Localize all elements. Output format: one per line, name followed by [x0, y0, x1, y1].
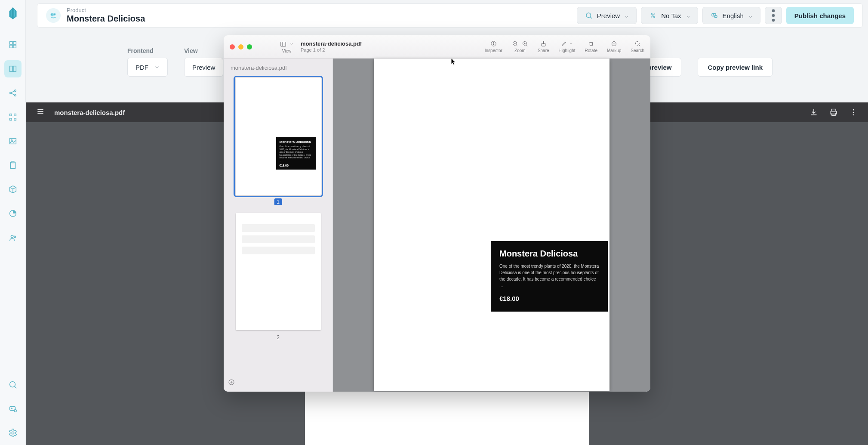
mac-main-canvas[interactable]: Monstera Deliciosa One of the most trend… — [333, 59, 650, 392]
svg-point-59 — [651, 14, 653, 15]
svg-point-40 — [14, 90, 16, 92]
pdf-more-icon[interactable] — [849, 108, 858, 117]
preview-label: Preview — [597, 12, 620, 19]
svg-rect-43 — [14, 114, 16, 116]
frontend-value: PDF — [135, 64, 148, 71]
rail-settings-icon[interactable] — [4, 424, 22, 442]
svg-point-60 — [654, 16, 655, 18]
pdf-download-icon[interactable] — [810, 108, 818, 117]
mac-titlebar[interactable]: View monstera-deliciosa.pdf Page 1 of 2 … — [224, 35, 650, 59]
svg-rect-44 — [9, 118, 12, 121]
chevron-down-icon — [624, 13, 628, 18]
mac-inspector-button[interactable]: Inspector — [485, 40, 502, 53]
svg-rect-37 — [9, 66, 12, 72]
mac-thumb-2[interactable]: 2 — [236, 213, 321, 330]
rail-clipboard-icon[interactable] — [4, 157, 22, 174]
mac-thumb-1[interactable]: Monstera Deliciosa One of the most trend… — [236, 78, 321, 195]
mac-share-button[interactable]: Share — [538, 40, 549, 53]
page-header: Product Monstera Deliciosa Preview No Ta… — [37, 3, 863, 28]
rail-image-icon[interactable] — [4, 133, 22, 150]
thumb-image — [236, 78, 321, 195]
svg-point-58 — [54, 14, 55, 15]
tax-label: No Tax — [661, 12, 681, 19]
mac-add-page-icon[interactable] — [228, 379, 235, 387]
preview-dropdown[interactable]: Preview — [577, 7, 637, 24]
rail-catalog-icon[interactable] — [4, 60, 22, 77]
language-dropdown[interactable]: English — [702, 7, 760, 24]
app-logo[interactable] — [6, 6, 19, 21]
view-value: Preview — [192, 64, 215, 71]
chevron-down-icon — [154, 65, 160, 70]
product-desc: One of the most trendy plants of 2020, t… — [499, 263, 599, 289]
rail-apps-icon[interactable] — [4, 108, 22, 126]
product-price: €18.00 — [499, 295, 599, 302]
chevron-down-icon — [748, 13, 752, 18]
maximize-window-icon[interactable] — [247, 44, 252, 49]
mac-rotate-button[interactable]: Rotate — [585, 40, 597, 53]
rail-share-icon[interactable] — [4, 84, 22, 102]
product-image — [374, 59, 609, 391]
mac-zoom-buttons[interactable]: Zoom — [512, 40, 528, 53]
more-menu-button[interactable] — [765, 7, 782, 24]
svg-point-41 — [14, 95, 16, 96]
mac-highlight-button[interactable]: Highlight — [559, 40, 576, 53]
publish-label: Publish changes — [794, 12, 846, 19]
thumb-page-number: 1 — [274, 198, 282, 205]
tax-dropdown[interactable]: No Tax — [641, 7, 698, 24]
left-rail — [0, 0, 26, 445]
mac-pdf-page: Monstera Deliciosa One of the most trend… — [374, 59, 609, 391]
breadcrumb: Product Monstera Deliciosa — [67, 7, 145, 23]
mac-sidebar-filename: monstera-deliciosa.pdf — [229, 64, 327, 72]
mac-markup-button[interactable]: Markup — [607, 40, 621, 53]
rail-analytics-icon[interactable] — [4, 205, 22, 222]
view-select[interactable]: Preview — [184, 58, 223, 77]
frontend-select[interactable]: PDF — [127, 58, 168, 77]
mac-view-mode[interactable]: View — [280, 40, 294, 53]
close-window-icon[interactable] — [230, 44, 235, 49]
product-info-box: Monstera Deliciosa One of the most trend… — [491, 241, 608, 312]
chevron-down-icon — [289, 42, 294, 46]
page-title: Monstera Deliciosa — [67, 14, 145, 24]
svg-rect-35 — [9, 45, 12, 48]
macos-preview-window: View monstera-deliciosa.pdf Page 1 of 2 … — [224, 35, 650, 392]
svg-point-51 — [11, 235, 13, 238]
svg-rect-45 — [14, 118, 16, 121]
rail-search-icon[interactable] — [4, 376, 22, 393]
minimize-window-icon[interactable] — [238, 44, 243, 49]
mac-thumbnail-sidebar: monstera-deliciosa.pdf Monstera Delicios… — [224, 59, 333, 392]
pdf-filename: monstera-deliciosa.pdf — [54, 109, 125, 116]
rail-dashboard-icon[interactable] — [4, 36, 22, 53]
frontend-label: Frontend — [127, 47, 168, 54]
svg-point-39 — [9, 92, 11, 94]
svg-rect-34 — [13, 42, 15, 44]
rail-cube-icon[interactable] — [4, 181, 22, 198]
thumb-page-number: 2 — [277, 334, 280, 340]
publish-button[interactable]: Publish changes — [786, 7, 854, 24]
rail-locale-icon[interactable] — [4, 400, 22, 417]
language-label: English — [723, 12, 744, 19]
mac-file-title: monstera-deliciosa.pdf Page 1 of 2 — [301, 41, 362, 53]
svg-point-52 — [14, 236, 15, 238]
mac-search-button[interactable]: Search — [631, 40, 644, 53]
svg-rect-38 — [13, 66, 15, 72]
svg-rect-36 — [13, 45, 15, 48]
pdf-print-icon[interactable] — [829, 108, 838, 117]
breadcrumb-category: Product — [67, 7, 145, 13]
svg-rect-42 — [9, 114, 12, 116]
traffic-lights — [230, 44, 252, 49]
svg-point-57 — [51, 14, 52, 15]
product-avatar-icon — [46, 8, 61, 23]
rail-users-icon[interactable] — [4, 229, 22, 246]
pdf-menu-icon[interactable] — [36, 107, 45, 117]
product-title: Monstera Deliciosa — [499, 249, 599, 259]
view-label: View — [184, 47, 223, 54]
svg-rect-33 — [9, 42, 12, 44]
chevron-down-icon — [686, 13, 690, 18]
copy-preview-link-button[interactable]: Copy preview link — [698, 58, 773, 77]
